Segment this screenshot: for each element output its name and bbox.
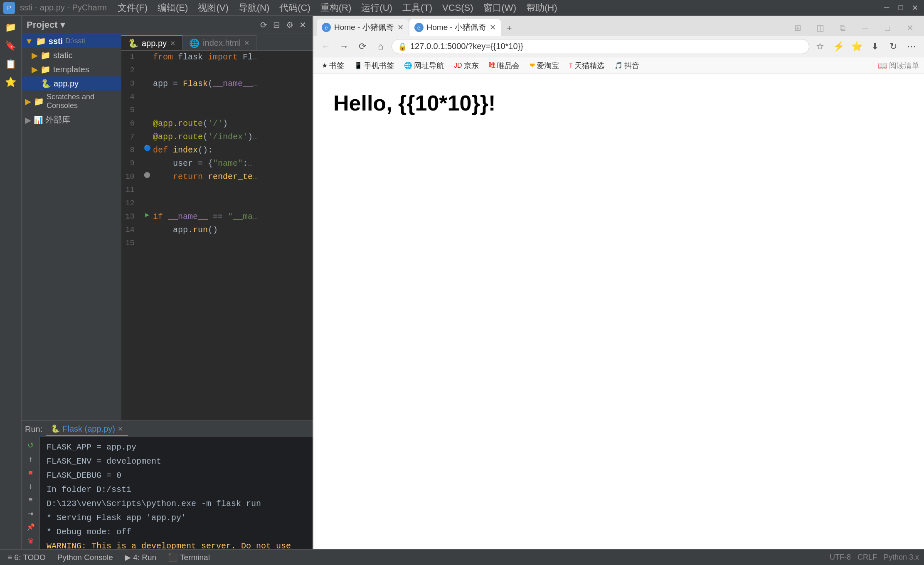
refresh-btn[interactable]: ⟳ [355,39,370,54]
sidebar-structure-icon[interactable]: 📋 [2,56,19,72]
menu-vcs[interactable]: VCS(S) [438,1,478,15]
tree-item-apppy[interactable]: 🐍 app.py [22,76,121,91]
bookmark-label-8: 抖音 [624,61,639,71]
sync-browser-btn[interactable]: ↻ [886,39,901,54]
browser-sidebar-btn[interactable]: ◫ [809,20,831,36]
pin-icon[interactable]: 📌 [24,521,37,533]
forward-btn[interactable]: → [337,39,352,54]
browser-close-btn[interactable]: ✕ [899,20,921,36]
back-btn[interactable]: ← [318,39,333,54]
menu-nav[interactable]: 导航(N) [234,0,274,16]
browser-maximize-btn[interactable]: □ [877,20,898,36]
code-line-6: 6 @app.route('/') [121,117,313,130]
tree-item-ssti[interactable]: ▼ 📁 ssti D:\ssti [22,34,121,48]
sidebar-bookmark-icon[interactable]: 🔖 [2,37,19,54]
rerun-icon[interactable]: ↺ [24,440,37,452]
favorites-btn[interactable]: ☆ [813,39,828,54]
settings2-icon[interactable]: ≡ [24,494,37,506]
tab-apppy[interactable]: 🐍 app.py ✕ [121,35,182,50]
sidebar-project-icon[interactable]: 📁 [2,19,19,36]
collapse-icon[interactable]: ⊟ [272,19,281,31]
run-content: ↺ ↑ ■ ↓ ≡ ⇥ 📌 🗑 FLASK_APP = app.py FLASK… [22,437,313,549]
run-tab-close[interactable]: ✕ [118,425,123,433]
code-line-7: 7 @app.route('/index')… [121,130,313,144]
browser-tab-close-1[interactable]: ✕ [397,23,404,32]
status-run[interactable]: ▶ 4: Run [122,552,159,563]
menu-tools[interactable]: 工具(T) [398,0,436,16]
menu-window[interactable]: 窗口(W) [479,0,520,16]
bookmark-label-2: 手机书签 [364,61,394,71]
browser-split-btn[interactable]: ⧉ [832,20,853,36]
browser-panel: e Home - 小猪佩奇 ✕ e Home - 小猪佩奇 ✕ + ⊞ ◫ ⧉ [313,16,924,549]
tree-item-static[interactable]: ▶ 📁 static [22,48,121,62]
editor-area: 🐍 app.py ✕ 🌐 index.html ✕ 1 [121,34,313,420]
tab-indexhtml[interactable]: 🌐 index.html ✕ [182,35,256,50]
menu-refactor[interactable]: 重构(R) [316,0,356,16]
menu-edit[interactable]: 编辑(E) [153,0,192,16]
output-line-4: In folder D:/ssti [47,483,306,497]
browser-tab-icon-2: e [414,23,424,32]
reading-list-btn[interactable]: 📖 阅读清单 [878,61,919,71]
code-line-9: 9 user = {"name":… [121,157,313,170]
minimize-btn[interactable]: ─ [881,2,892,14]
menu-help[interactable]: 帮助(H) [522,0,562,16]
extensions-btn[interactable]: ⚡ [831,39,846,54]
scroll-down-icon[interactable]: ↓ [24,480,37,492]
menu-view[interactable]: 视图(V) [194,0,232,16]
status-terminal[interactable]: ⬛ Terminal [165,552,212,563]
status-bar: ≡ 6: TODO Python Console ▶ 4: Run ⬛ Term… [0,549,924,565]
bookmark-tiktok[interactable]: 🎵 抖音 [611,59,643,72]
run-status-label: ▶ 4: Run [125,553,156,562]
close-btn[interactable]: ✕ [909,2,921,14]
browser-pin-btn[interactable]: ⊞ [787,20,808,36]
browser-tab-close-2[interactable]: ✕ [490,23,496,32]
bookmark-taobao[interactable]: ❤ 爱淘宝 [526,59,562,72]
sync-icon[interactable]: ⟳ [259,19,269,31]
home-btn[interactable]: ⌂ [373,39,388,54]
scroll-up-icon[interactable]: ↑ [24,453,37,465]
sidebar-favorites-icon[interactable]: ⭐ [2,74,19,91]
run-tab-bar: Run: 🐍 Flask (app.py) ✕ [22,421,313,437]
downloads-btn[interactable]: ⬇ [867,39,882,54]
tab-indexhtml-close[interactable]: ✕ [244,39,249,47]
more-btn[interactable]: ⋯ [904,39,919,54]
menu-run[interactable]: 运行(U) [357,0,397,16]
stop-icon[interactable]: ■ [24,467,37,479]
run-sidebar: ↺ ↑ ■ ↓ ≡ ⇥ 📌 🗑 [22,437,40,549]
tab-apppy-close[interactable]: ✕ [170,39,175,47]
browser-minimize-btn[interactable]: ─ [854,20,876,36]
menu-file[interactable]: 文件(F) [113,0,152,16]
browser-tab-2[interactable]: e Home - 小猪佩奇 ✕ [409,19,501,36]
new-tab-btn[interactable]: + [502,21,517,36]
tree-item-scratches[interactable]: ▶ 📁 Scratches and Consoles [22,91,121,112]
bookmark-mobile[interactable]: 📱 手机书签 [351,59,397,72]
jd-icon: JD [454,62,462,69]
status-python-console[interactable]: Python Console [55,552,116,563]
status-todo[interactable]: ≡ 6: TODO [5,552,48,563]
tree-item-templates[interactable]: ▶ 📁 templates [22,62,121,76]
bookmark-nav[interactable]: 🌐 网址导航 [401,59,447,72]
delete-icon[interactable]: 🗑 [24,535,37,547]
indent-icon[interactable]: ⇥ [24,508,37,520]
bookmark-jd[interactable]: JD 京东 [451,59,482,72]
hide-icon[interactable]: ✕ [298,19,308,31]
tree-item-extlib[interactable]: ▶ 📊 外部库 [22,112,121,128]
run-output: FLASK_APP = app.py FLASK_ENV = developme… [40,437,313,549]
address-bar[interactable]: 🔒 127.0.0.1:5000/?key={{10*10}} [392,39,809,54]
bookmark-tmall[interactable]: T 天猫精选 [566,59,608,72]
title-path: ssti - app.py - PyCharm [20,3,107,12]
maximize-btn[interactable]: □ [895,2,907,14]
browser-tab-icon-1: e [322,23,331,32]
settings-icon[interactable]: ⚙ [285,19,295,31]
run-tab-flask[interactable]: 🐍 Flask (app.py) ✕ [46,423,128,436]
bookmark-vip[interactable]: 唯 唯品会 [485,59,523,72]
browser-tab-title-1: Home - 小猪佩奇 [334,22,394,33]
browser-tab-1[interactable]: e Home - 小猪佩奇 ✕ [317,19,409,36]
app-icon: P [3,2,15,14]
collections-btn[interactable]: ⭐ [849,39,864,54]
address-text: 127.0.0.1:5000/?key={{10*10}} [410,42,803,51]
bookmark-bookmarks[interactable]: ★ 书签 [318,59,347,72]
browser-chrome: e Home - 小猪佩奇 ✕ e Home - 小猪佩奇 ✕ + ⊞ ◫ ⧉ [313,16,924,74]
code-editor[interactable]: 1 from flask import Fl… 2 3 app = [121,51,313,420]
menu-code[interactable]: 代码(C) [275,0,315,16]
